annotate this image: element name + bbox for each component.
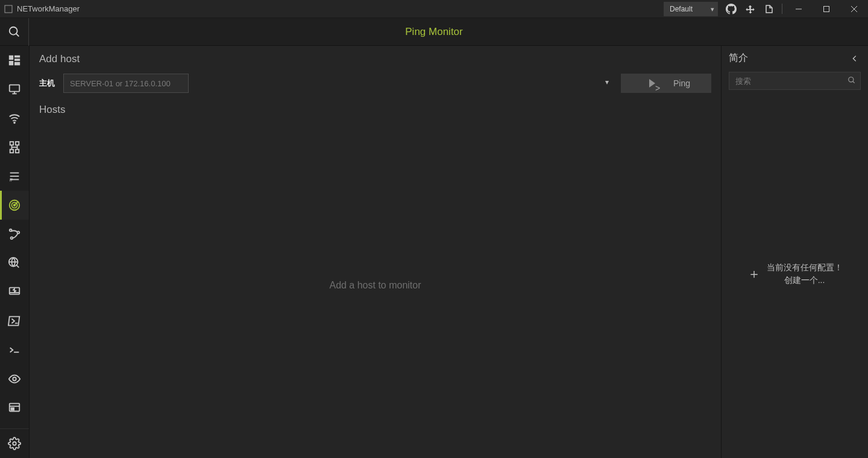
- github-icon: [726, 4, 737, 14]
- profiles-empty-line2: 创建一个...: [767, 274, 843, 287]
- titlebar: NETworkManager Default: [0, 0, 868, 18]
- svg-rect-10: [9, 61, 13, 65]
- profiles-panel: 简介 ＋ 当前没有任何配置！ 创建一个...: [721, 46, 868, 458]
- profiles-title: 简介: [729, 52, 748, 65]
- sidebar-item-web-console[interactable]: [0, 393, 29, 422]
- host-label: 主机: [39, 78, 57, 89]
- app-helper-icon: [745, 4, 756, 14]
- minimize-button[interactable]: [785, 0, 813, 17]
- svg-rect-7: [9, 56, 13, 60]
- svg-rect-11: [14, 62, 20, 66]
- svg-line-35: [17, 266, 19, 268]
- profiles-search-input[interactable]: [729, 72, 861, 90]
- powershell-icon: [8, 314, 21, 328]
- svg-line-45: [853, 81, 855, 83]
- ip-scanner-icon: [8, 141, 21, 154]
- sidebar-item-ping-monitor[interactable]: [0, 191, 29, 220]
- svg-point-43: [13, 442, 16, 445]
- svg-rect-2: [824, 6, 829, 11]
- svg-rect-18: [10, 150, 14, 153]
- sidebar-item-port-scanner[interactable]: #: [0, 162, 29, 191]
- github-link[interactable]: [722, 0, 741, 17]
- profiles-create-button[interactable]: ＋ 当前没有任何配置！ 创建一个...: [747, 261, 843, 287]
- svg-point-5: [9, 27, 17, 35]
- sidebar-item-putty[interactable]: [0, 336, 29, 364]
- docs-link[interactable]: [760, 0, 779, 17]
- sidebar-item-powershell[interactable]: [0, 307, 29, 336]
- helper-link[interactable]: [741, 0, 760, 17]
- svg-point-32: [17, 231, 20, 234]
- port-scanner-icon: #: [8, 170, 21, 183]
- profiles-collapse-button[interactable]: [849, 54, 861, 63]
- plus-icon: ＋: [747, 265, 761, 283]
- svg-line-6: [16, 34, 19, 37]
- sidebar-item-settings[interactable]: [0, 429, 29, 458]
- global-search-button[interactable]: [0, 18, 29, 46]
- svg-rect-12: [10, 85, 20, 92]
- profiles-empty-line1: 当前没有任何配置！: [767, 261, 843, 274]
- chevron-right-icon: [851, 54, 858, 63]
- profiles-empty-text: 当前没有任何配置！ 创建一个...: [767, 261, 843, 287]
- svg-rect-42: [11, 408, 14, 410]
- dashboard-icon: [8, 54, 21, 67]
- hosts-empty-text: Add a host to monitor: [329, 280, 421, 291]
- maximize-icon: [823, 6, 829, 12]
- svg-rect-8: [14, 56, 20, 58]
- add-host-row: 主机 > Ping: [39, 74, 711, 93]
- docs-icon: [764, 4, 775, 14]
- sidebar-item-dns-lookup[interactable]: [0, 249, 29, 278]
- sidebar-item-remote-desktop[interactable]: [0, 278, 29, 307]
- sidebar-item-ip-scanner[interactable]: [0, 133, 29, 162]
- ping-button[interactable]: > Ping: [621, 74, 711, 93]
- network-interface-icon: [8, 83, 21, 96]
- eye-icon: [8, 372, 21, 386]
- ping-monitor-icon: [8, 199, 21, 212]
- svg-point-44: [849, 77, 854, 82]
- sidebar-item-dashboard[interactable]: [0, 46, 29, 75]
- titlebar-left: NETworkManager: [0, 4, 80, 14]
- profiles-empty: ＋ 当前没有任何配置！ 创建一个...: [729, 96, 861, 452]
- titlebar-separator: [782, 4, 782, 14]
- svg-rect-19: [16, 150, 19, 153]
- add-host-title: Add host: [39, 53, 711, 65]
- profiles-search: [729, 72, 861, 90]
- app-title: NETworkManager: [17, 4, 80, 13]
- profiles-header: 简介: [729, 52, 861, 65]
- app-logo-icon: [4, 4, 13, 14]
- settings-icon: [8, 437, 21, 450]
- host-input[interactable]: [63, 74, 189, 93]
- titlebar-right: Default: [660, 0, 868, 17]
- page-header: Ping Monitor: [0, 18, 868, 46]
- wifi-icon: [8, 112, 21, 125]
- sidebar-tools: #: [0, 46, 29, 428]
- hosts-area: Add a host to monitor: [39, 119, 711, 451]
- minimize-icon: [796, 6, 802, 12]
- sidebar-item-traceroute[interactable]: [0, 220, 29, 249]
- svg-rect-17: [16, 142, 19, 145]
- svg-point-33: [11, 237, 13, 240]
- sidebar-item-network-interface[interactable]: [0, 75, 29, 104]
- remote-desktop-icon: [8, 285, 21, 299]
- traceroute-icon: [8, 227, 21, 241]
- web-console-icon: [8, 401, 21, 415]
- sidebar-item-tigervnc[interactable]: [0, 364, 29, 393]
- svg-rect-16: [10, 142, 14, 145]
- putty-icon: [8, 343, 21, 357]
- dns-lookup-icon: [8, 256, 21, 270]
- hosts-title: Hosts: [39, 104, 711, 116]
- svg-rect-0: [5, 5, 12, 13]
- svg-rect-9: [14, 59, 20, 61]
- sidebar: #: [0, 46, 30, 458]
- maximize-button[interactable]: [813, 0, 840, 17]
- close-button[interactable]: [840, 0, 868, 17]
- svg-point-15: [14, 122, 15, 123]
- svg-point-39: [13, 377, 16, 381]
- play-icon: >: [649, 79, 655, 87]
- sidebar-footer: [0, 428, 29, 458]
- profile-select[interactable]: Default: [664, 2, 718, 16]
- ping-button-label: Ping: [673, 78, 690, 88]
- main-content: Add host 主机 > Ping Hosts Add a host to m…: [30, 46, 721, 458]
- profile-selected-label: Default: [670, 5, 693, 13]
- page-title: Ping Monitor: [405, 26, 462, 38]
- sidebar-item-wifi[interactable]: [0, 104, 29, 133]
